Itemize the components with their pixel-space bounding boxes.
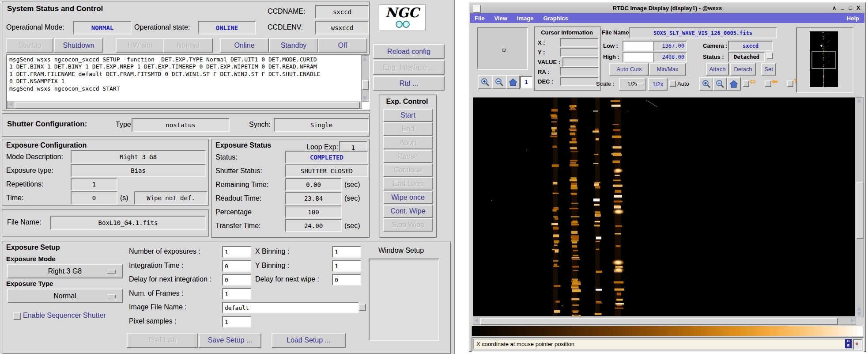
scroll-up-icon[interactable] <box>857 307 861 311</box>
log-vscrollbar[interactable] <box>361 55 369 102</box>
time-unit-label: (s) <box>120 194 128 202</box>
scroll-down-icon[interactable] <box>857 312 861 316</box>
log-vscroll-thumb[interactable] <box>362 80 369 90</box>
rotate-checkbox[interactable] <box>787 80 793 87</box>
menu-image[interactable]: Image <box>517 15 534 22</box>
zoom-out-button[interactable] <box>713 77 727 91</box>
shade-window-icon[interactable]: ∧ <box>832 5 836 11</box>
flip-x-checkbox[interactable] <box>743 80 749 87</box>
sequencer-shutter-checkbox[interactable] <box>13 312 21 320</box>
system-status-title: System Status and Control <box>7 4 103 13</box>
flip-y-checkbox[interactable] <box>765 80 771 87</box>
auto-cuts-button[interactable]: Auto Cuts <box>609 63 649 76</box>
sequencer-shutter-label: Enable Sequencer Shutter <box>23 312 106 320</box>
low-cut-label: Low : <box>603 42 618 49</box>
exposure-type-field: Bias <box>71 164 206 177</box>
shutdown-button[interactable]: Shutdown <box>54 38 103 53</box>
time-field: 0 <box>71 191 117 205</box>
window-menu-icon[interactable] <box>473 5 481 13</box>
start-button[interactable]: Start <box>383 109 433 122</box>
exposure-mode-label: Exposure Mode <box>6 255 56 263</box>
ngc-logo: NGC <box>379 4 426 31</box>
desktop: System Status and Control CCDNAME: sxccd… <box>0 0 868 354</box>
pixel-samples-input[interactable]: 1 <box>222 316 251 327</box>
menu-file[interactable]: File <box>475 15 484 22</box>
log-hscrollbar[interactable] <box>7 101 362 109</box>
window-setup-list[interactable] <box>369 259 439 341</box>
high-cut-input[interactable] <box>623 52 653 62</box>
num-frames-label: Num. of Frames : <box>129 289 184 297</box>
exposure-mode-optionmenu[interactable]: Right 3 G8 <box>7 264 123 278</box>
panorama-thumbnail-canvas[interactable] <box>810 31 838 87</box>
reload-config-button[interactable]: Reload config <box>373 44 445 59</box>
minimize-window-icon[interactable]: _ <box>841 4 844 10</box>
hw-sim-button: HW sim <box>116 38 165 53</box>
delay-wipe-input[interactable]: 0 <box>332 274 361 285</box>
scroll-right-icon[interactable] <box>851 318 855 323</box>
image-vscroll-thumb[interactable] <box>857 182 864 239</box>
off-button[interactable]: Off <box>318 38 367 53</box>
end-button: End <box>383 122 433 136</box>
exposure-type-optionmenu[interactable]: Normal <box>7 289 123 303</box>
cont-wipe-button[interactable]: Cont. Wipe <box>383 205 433 218</box>
image-hscroll-thumb[interactable] <box>480 318 838 325</box>
shutter-synch-field: Single <box>274 118 369 132</box>
home-view-button[interactable] <box>727 77 741 91</box>
attach-button[interactable]: Attach <box>706 63 729 76</box>
rtd-button[interactable]: Rtd ... <box>373 76 445 91</box>
integration-time-input[interactable]: 0 <box>222 260 251 272</box>
spectral-image-canvas[interactable] <box>473 97 855 316</box>
num-frames-input[interactable]: 1 <box>222 288 251 300</box>
pan-preview-window[interactable] <box>477 27 528 70</box>
zoom-in-button[interactable] <box>699 77 713 91</box>
home-icon <box>509 78 517 86</box>
bias-toggle-icon[interactable]: BB <box>845 339 852 348</box>
colormap-bar[interactable] <box>472 326 863 336</box>
shutter-config-panel: Shutter Configuration: Type: nostatus Sy… <box>2 113 370 137</box>
scroll-down-icon[interactable] <box>362 96 367 100</box>
standby-button[interactable]: Standby <box>269 38 318 53</box>
scale-auto-checkbox[interactable] <box>669 80 676 87</box>
scroll-left-icon[interactable] <box>8 102 12 107</box>
set-button[interactable]: Set <box>761 63 776 76</box>
camera-status-checkbox[interactable] <box>766 53 773 59</box>
detach-button[interactable]: Detach <box>730 63 756 76</box>
log-hscroll-thumb[interactable] <box>15 102 360 109</box>
wipe-status-field: Wipe not def. <box>134 191 208 205</box>
menu-view[interactable]: View <box>494 15 507 22</box>
menu-graphics[interactable]: Graphics <box>543 15 568 22</box>
minmax-button[interactable]: Min/Max <box>649 63 686 76</box>
num-exposures-input[interactable]: 1 <box>222 246 251 258</box>
image-vscrollbar[interactable] <box>856 97 864 317</box>
image-file-name-input[interactable]: default <box>222 302 359 313</box>
wipe-once-button[interactable]: Wipe once <box>383 191 433 204</box>
pan-zoom-in-button[interactable] <box>478 75 493 89</box>
percentage-field: 100 <box>285 206 342 218</box>
scroll-left-icon[interactable] <box>474 318 478 323</box>
command-log[interactable]: msgSend wsxs ngcocon_sxccd SETUP -functi… <box>6 54 370 110</box>
pan-home-button[interactable] <box>506 75 520 89</box>
delay-integration-input[interactable]: 0 <box>222 274 251 285</box>
load-setup-button[interactable]: Load Setup ... <box>272 333 346 348</box>
maximize-window-icon[interactable]: □ <box>849 5 852 11</box>
pixel-samples-label: Pixel samples : <box>129 317 177 325</box>
save-setup-button[interactable]: Save Setup ... <box>199 333 261 348</box>
image-file-browse-button[interactable] <box>359 304 366 311</box>
close-window-icon[interactable]: X <box>857 5 860 11</box>
low-cut-input[interactable] <box>623 41 653 51</box>
percentage-label: Percentage <box>215 208 252 216</box>
ngc-logo-glasses-icon <box>395 20 410 29</box>
x-binning-input[interactable]: 1 <box>332 246 361 258</box>
pan-zoom-out-button[interactable] <box>492 75 507 89</box>
image-hscrollbar[interactable] <box>473 317 856 325</box>
scroll-up-icon[interactable] <box>362 57 367 61</box>
scale-optionmenu[interactable]: 1/2x <box>619 78 646 91</box>
scroll-up-icon[interactable] <box>857 99 861 103</box>
online-button[interactable]: Online <box>220 38 269 53</box>
y-binning-input[interactable]: 1 <box>332 260 361 272</box>
y-binning-label: Y Binning : <box>255 262 289 270</box>
exposure-setup-title: Exposure Setup <box>6 244 60 251</box>
rtd-titlebar[interactable]: RTDC Image Display (display1) - @wsxs ∧ … <box>470 4 864 13</box>
file-name-label: File Name: <box>7 218 41 226</box>
menu-help[interactable]: Help <box>847 15 859 22</box>
